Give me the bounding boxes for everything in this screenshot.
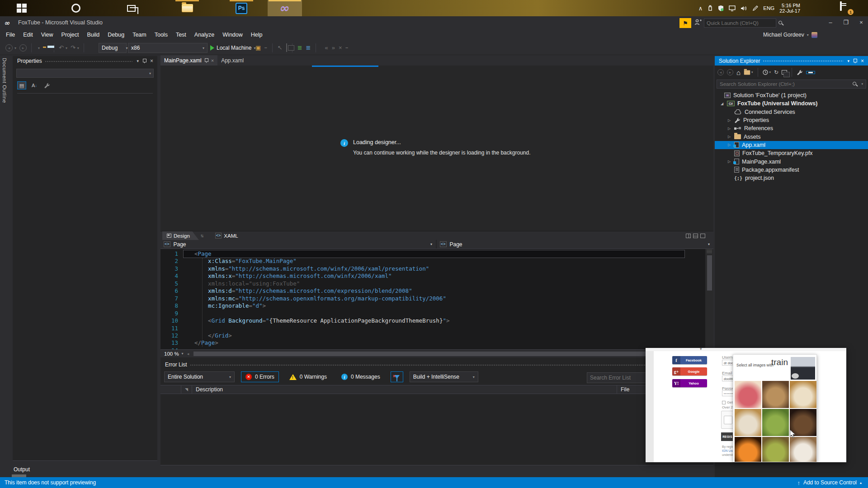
home-icon[interactable]: ⌂ [736,69,741,76]
start-debugging-button[interactable]: Local Machine ▾ [210,43,255,53]
captcha-image-iced-dessert-cup[interactable] [762,381,789,408]
captcha-image-pancakes-plate[interactable] [790,381,816,408]
pending-changes-filter-icon[interactable]: ▾ [763,70,771,75]
dropdown-arrow-icon[interactable]: ▾ [14,46,16,50]
collapsed-arrow-icon[interactable]: ▷ [728,127,731,131]
horizontal-split-icon[interactable] [693,234,698,238]
copy-screen-icon[interactable] [286,44,287,52]
nav-back-icon[interactable]: ◂ [717,69,724,75]
menu-window[interactable]: Window [218,29,246,41]
clock[interactable]: 5:16 PM 22-Jul-17 [779,3,800,14]
properties-object-dropdown[interactable]: ▾ [16,69,154,78]
nav-forward-icon[interactable]: ▸ [19,44,27,52]
recaptcha-widget[interactable] [721,411,734,429]
scope-dropdown[interactable]: Entire Solution ▾ [164,371,235,382]
tree-item-project-json[interactable]: {;}project.json [715,174,868,182]
collapsed-arrow-icon[interactable]: ▷ [728,118,731,122]
nav-back-icon[interactable]: ◂ [5,44,13,52]
menu-analyze[interactable]: Analyze [190,29,218,41]
output-panel-tab[interactable]: Output [14,466,30,473]
chevron-down-icon[interactable]: ▾ [708,242,710,246]
close-icon[interactable]: × [149,58,155,64]
menu-file[interactable]: File [2,29,19,41]
user-account[interactable]: Michael Gordeev ▾ [763,29,817,41]
close-button[interactable]: × [854,16,868,28]
defender-icon[interactable] [718,5,724,11]
xaml-designer-surface[interactable]: i Loading designer... You can continue w… [160,66,713,231]
tree-item-package-appxmanifest[interactable]: Package.appxmanifest [715,166,868,174]
captcha-image-glowing-lamp-bowl[interactable] [735,437,761,462]
menu-debug[interactable]: Debug [104,29,128,41]
taskbar-start-icon[interactable] [9,0,34,16]
xaml-code-editor[interactable]: 1<Page2 x:Class="FoxTube.MainPage"3 xmln… [160,249,713,349]
code-column[interactable]: ◥ [181,385,192,394]
tree-item-app-xaml[interactable]: ▷App.xaml [715,141,868,149]
captcha-image-salad-bowl[interactable] [762,437,789,462]
social-login-facebook[interactable]: fFacebook [672,356,707,364]
menu-test[interactable]: Test [172,29,190,41]
tab-design[interactable]: Design [162,231,199,240]
menu-build[interactable]: Build [83,29,104,41]
properties-icon[interactable] [797,70,803,75]
language-indicator[interactable]: ENG [763,5,774,11]
taskbar-task-view-icon[interactable] [118,0,144,16]
preview-selected-items-icon[interactable] [806,71,815,74]
close-icon[interactable]: × [859,58,865,64]
categorized-icon[interactable]: ▤ [17,81,26,89]
expanded-arrow-icon[interactable]: ◢ [721,102,723,106]
taskbar-cortana-icon[interactable] [63,0,89,16]
tree-item-connected-services[interactable]: Connected Services [715,108,868,116]
menu-tools[interactable]: Tools [151,29,172,41]
sync-with-active-document-icon[interactable]: ▾ [744,70,753,75]
errors-filter-button[interactable]: ✕ 0 Errors [241,371,279,382]
nav-forward-icon[interactable]: ▸ [727,69,733,75]
dropdown-arrow-icon[interactable]: ▾ [66,46,67,50]
property-pages-icon[interactable] [42,81,52,89]
action-center-icon[interactable]: 1 [840,2,851,13]
find-in-files-icon[interactable]: ▣ [255,44,261,52]
tree-item-solution-foxtube-1-project-[interactable]: ∞Solution 'FoxTube' (1 project) [715,91,868,99]
add-to-source-control[interactable]: ↑ Add to Source Control ▴ [797,479,862,486]
warnings-filter-button[interactable]: 0 Warnings [285,371,331,382]
usb-icon[interactable] [708,5,713,11]
pin-icon[interactable] [854,59,857,63]
vertical-scrollbar[interactable] [705,249,713,349]
file-column[interactable]: File [617,385,629,394]
pen-icon[interactable] [752,5,758,11]
tree-item-references[interactable]: ▷References [715,124,868,132]
zoom-control[interactable]: 100 % ▾ [160,351,187,357]
send-feedback-icon[interactable] [694,19,702,25]
tree-item-assets[interactable]: ▷Assets [715,132,868,141]
prev-bookmark-icon[interactable]: « [325,44,328,52]
solution-configuration-dropdown[interactable]: Debug ▾ [99,43,127,53]
window-position-dropdown-icon[interactable]: ▾ [846,59,851,63]
menu-edit[interactable]: Edit [19,29,37,41]
menu-view[interactable]: View [37,29,57,41]
scroll-left-arrow-icon[interactable]: ◂ [187,352,189,356]
splitter-grip[interactable] [707,250,712,254]
intellitrace-icon[interactable]: ≣ [306,44,311,52]
clear-bookmarks-icon[interactable]: × [339,44,342,52]
dropdown-arrow-icon[interactable]: ▾ [77,46,79,50]
quick-launch-input[interactable] [704,20,778,26]
tree-item-foxtube-universal-windows-[interactable]: ◢C#FoxTube (Universal Windows) [715,99,868,108]
properties-panel-header[interactable]: Properties ▾ × [13,56,157,66]
captcha-image-coffee-cup-cookie[interactable] [790,437,816,462]
tab-mainpage-xaml[interactable]: MainPage.xaml× [160,55,217,66]
breadcrumb-right[interactable]: <> Page ▾ [437,240,713,249]
checkbox-icon[interactable] [722,401,726,404]
social-login-google[interactable]: g+Google [672,367,707,375]
menu-help[interactable]: Help [247,29,267,41]
vertical-split-icon[interactable] [686,234,691,238]
build-intellisense-dropdown[interactable]: Build + IntelliSense ▾ [410,371,478,382]
next-bookmark-icon[interactable]: » [332,44,335,52]
quick-launch[interactable] [704,19,776,28]
pin-icon[interactable] [205,58,208,63]
feedback-flag-icon[interactable]: ⚑ [679,18,691,28]
description-column[interactable]: Description [192,385,617,394]
overflow-icon[interactable]: ╍ [264,44,267,52]
solution-explorer-search-input[interactable] [720,81,853,87]
volume-icon[interactable] [741,5,747,11]
tree-item-foxtube-temporarykey-pfx[interactable]: FoxTube_TemporaryKey.pfx [715,149,868,157]
captcha-image-strawberry-cake[interactable] [735,381,761,408]
